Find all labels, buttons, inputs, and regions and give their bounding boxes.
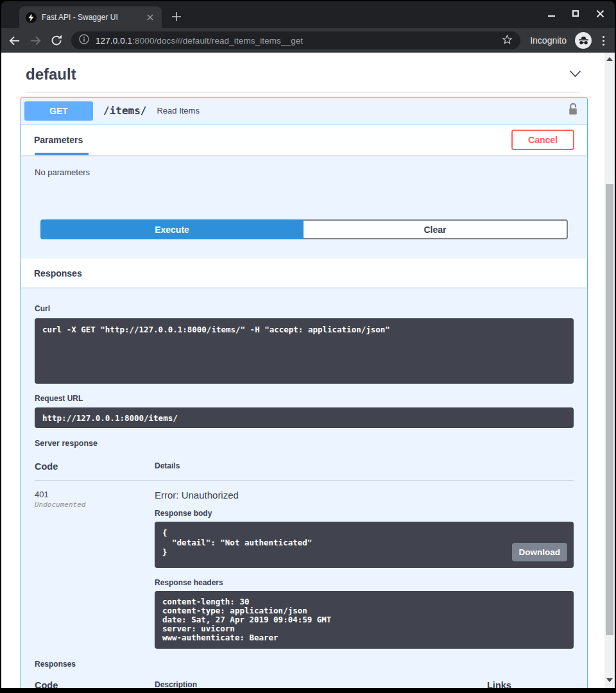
server-response-label: Server response [35,439,574,448]
chevron-down-icon[interactable] [569,69,581,80]
error-title: Error: Unauthorized [155,490,574,501]
curl-command: curl -X GET "http://127.0.0.1:8000/items… [35,318,574,384]
tag-section-header[interactable]: default [1,53,604,92]
browser-titlebar: Fast API - Swagger UI [1,1,615,28]
scrollbar-down-icon[interactable] [606,678,613,682]
url-text[interactable]: 127.0.0.1:8000/docs#/default/read_items_… [96,36,495,46]
responses-table-header: Code Description Links [35,680,574,688]
tab-close-icon[interactable] [145,12,155,22]
responses-section-header: Responses [21,259,587,287]
back-icon[interactable] [8,34,21,47]
response-body-json: { "detail": "Not authenticated" } [155,522,574,568]
status-code: 401 [35,490,155,499]
window-close-button[interactable] [595,9,604,18]
download-button[interactable]: Download [512,543,568,561]
scrollbar[interactable] [604,53,615,688]
description-column-header: Description [155,680,487,688]
scrollbar-thumb[interactable] [606,184,613,635]
undocumented-note: Undocumented [35,501,155,509]
new-tab-button[interactable] [171,11,182,22]
address-bar[interactable]: 127.0.0.1:8000/docs#/default/read_items_… [71,31,520,49]
server-response-table-header: Code Details [35,461,574,481]
swagger-content: default GET /items/ Read Items [1,53,604,688]
details-column-header: Details [155,461,574,472]
execute-button[interactable]: Execute [40,219,304,239]
clear-button[interactable]: Clear [304,219,568,239]
unlock-icon[interactable] [567,100,579,121]
parameters-header: Parameters Cancel [21,124,587,155]
browser-window: Fast API - Swagger UI [1,1,615,688]
execute-wrapper: Execute Clear [21,194,587,259]
window-controls [547,9,604,18]
reload-icon[interactable] [50,34,63,47]
incognito-label: Incognito [530,35,567,46]
window-maximize-button[interactable] [571,9,580,18]
responses-section-title: Responses [34,268,82,278]
request-url-label: Request URL [35,394,574,403]
browser-tab[interactable]: Fast API - Swagger UI [19,6,162,28]
tag-divider [26,92,580,92]
tag-title: default [26,65,76,83]
no-parameters-text: No parameters [21,155,587,194]
method-badge: GET [24,101,93,121]
scrollbar-up-icon[interactable] [606,57,613,61]
tab-title: Fast API - Swagger UI [42,13,140,22]
incognito-icon [575,32,592,49]
site-info-icon[interactable] [79,34,89,47]
responses-table-label: Responses [35,660,574,669]
url-host: 127.0.0.1 [96,36,132,46]
code-column-header: Code [35,680,155,688]
response-headers-label: Response headers [155,578,574,587]
forward-icon[interactable] [29,34,42,47]
curl-label: Curl [35,304,574,313]
fastapi-favicon-icon [26,12,37,23]
operation-path: /items/ [99,105,150,117]
bookmark-star-icon[interactable] [502,34,513,47]
code-column-header: Code [35,461,155,472]
response-body-label: Response body [155,509,574,518]
responses-inner: Curl curl -X GET "http://127.0.0.1:8000/… [21,287,587,688]
swagger-page: default GET /items/ Read Items [1,53,615,688]
response-body-wrapper: { "detail": "Not authenticated" } Downlo… [155,522,574,568]
url-path: :8000/docs#/default/read_items_items__ge… [132,36,303,46]
operation-summary[interactable]: GET /items/ Read Items [21,98,587,124]
browser-toolbar: 127.0.0.1:8000/docs#/default/read_items_… [1,28,615,53]
menu-kebab-icon[interactable] [600,36,607,46]
response-headers-text: content-length: 30 content-type: applica… [155,591,574,649]
window-minimize-button[interactable] [547,9,556,18]
tab-parameters[interactable]: Parameters [34,135,83,145]
active-tab-underline [35,153,89,155]
operation-summary-text: Read Items [157,106,199,116]
request-url-value: http://127.0.0.1:8000/items/ [35,407,574,428]
server-response-row: 401 Undocumented Error: Unauthorized Res… [35,481,574,649]
cancel-button[interactable]: Cancel [511,130,574,150]
operation-block-get-items: GET /items/ Read Items Parameters Cancel [21,97,588,688]
links-column-header: Links [487,680,574,688]
